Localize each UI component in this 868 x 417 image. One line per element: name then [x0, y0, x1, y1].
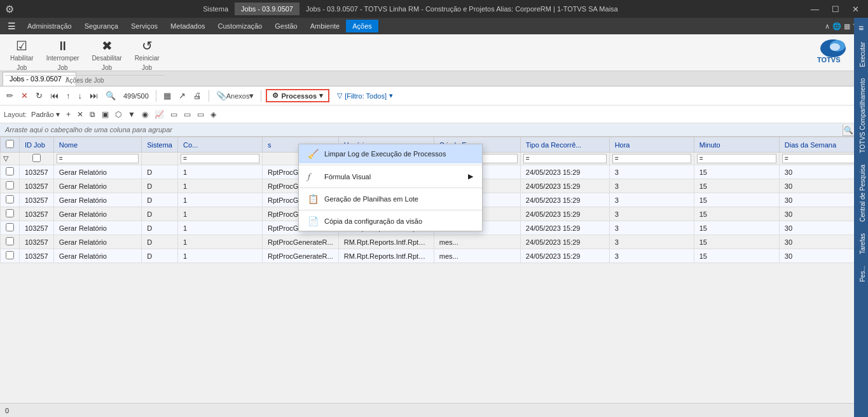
sidebar-tab-tarefas[interactable]: Tarefas — [854, 228, 868, 259]
col-sistema[interactable]: Sistema — [142, 137, 178, 153]
menu-ambiente[interactable]: Ambiente — [304, 20, 346, 32]
last-button[interactable]: ⏭ — [87, 90, 100, 102]
menu-servicos[interactable]: Serviços — [125, 20, 164, 32]
row-checkbox[interactable] — [6, 209, 14, 217]
habilitar-job-button[interactable]: ☑ Habilitar Job — [5, 37, 39, 74]
select-all-checkbox[interactable] — [6, 140, 14, 148]
cell-sistema: D — [142, 193, 178, 207]
filter-sistema-input[interactable] — [181, 154, 259, 163]
cell-minuto: 15 — [694, 165, 779, 179]
desabilitar-label2: Job — [102, 64, 112, 71]
table-row[interactable]: 103257 Gerar Relatório D 1 RptProcGenera… — [1, 235, 868, 249]
cell-hora: 3 — [609, 165, 694, 179]
maximize-button[interactable]: ☐ — [828, 3, 843, 15]
col-minuto[interactable]: Minuto — [694, 137, 779, 153]
search-button[interactable]: 🔍 — [103, 90, 118, 102]
cell-tipo: 24/05/2023 15:29 — [520, 207, 609, 221]
filter-dias-input[interactable] — [782, 154, 865, 163]
row-checkbox[interactable] — [6, 195, 14, 203]
col-checkbox[interactable] — [1, 137, 20, 153]
layout-value[interactable]: Padrão ▾ — [29, 109, 62, 120]
col-hora[interactable]: Hora — [609, 137, 694, 153]
close-button[interactable]: ✕ — [848, 3, 863, 15]
cell-idjob: 103257 — [20, 193, 54, 207]
cell-idjob: 103257 — [20, 235, 54, 249]
sidebar-tab-compartilhamento[interactable]: TOTVS Compartilhamento — [854, 73, 868, 158]
cell-idjob: 103257 — [20, 249, 54, 263]
layout-b7[interactable]: ▭ — [182, 109, 193, 120]
layout-del[interactable]: ✕ — [75, 109, 85, 120]
next-button[interactable]: ↓ — [76, 90, 85, 102]
reiniciar-job-button[interactable]: ↺ Reiniciar Job — [130, 37, 165, 74]
title-bar-left: ⚙ — [5, 3, 14, 15]
layout-b5[interactable]: 📈 — [153, 109, 166, 120]
filter-hora-input[interactable] — [612, 154, 691, 163]
menu-seguranca[interactable]: Segurança — [78, 20, 125, 32]
grid-view-button[interactable]: ▦ — [161, 90, 174, 102]
menu-acoes[interactable]: Ações — [346, 20, 378, 32]
col-idjob[interactable]: ID Job — [20, 137, 54, 153]
interromper-job-button[interactable]: ⏸ Interromper Job — [41, 37, 85, 74]
hamburger-icon[interactable]: ☰ — [3, 18, 21, 34]
cell-criado: mes... — [434, 249, 520, 263]
sidebar-tab-executar[interactable]: Executar — [854, 37, 868, 72]
menu-bar: ☰ Administração Segurança Serviços Metad… — [0, 18, 868, 34]
menu-administracao[interactable]: Administração — [21, 20, 78, 32]
col-tipo[interactable]: Tipo da Recorrê... — [520, 137, 609, 153]
layout-b4[interactable]: ◉ — [140, 109, 150, 120]
cell-minuto: 15 — [694, 235, 779, 249]
dropdown-item-geracao[interactable]: 📋 Geração de Planilhas em Lote — [299, 189, 482, 208]
menu-metadados[interactable]: Metadados — [164, 20, 211, 32]
cell-co: 1 — [177, 235, 262, 249]
layout-copy[interactable]: ⧉ — [88, 109, 97, 120]
grid-toolbar: ✏ ✕ ↻ ⏮ ↑ ↓ ⏭ 🔍 499/500 ▦ ↗ 🖨 📎 Anexos ▾… — [0, 86, 868, 106]
separator3 — [261, 90, 261, 102]
filter-icon: ▽ — [337, 92, 342, 100]
layout-add[interactable]: + — [64, 109, 72, 120]
export-button[interactable]: ↗ — [176, 90, 188, 102]
col-nome[interactable]: Nome — [53, 137, 142, 153]
menu-gestao[interactable]: Gestão — [268, 20, 303, 32]
layout-b6[interactable]: ▭ — [169, 109, 179, 120]
search-right-icon[interactable]: 🔍 — [843, 125, 854, 136]
processos-button[interactable]: ⚙ Processos ▾ — [266, 89, 329, 102]
row-checkbox[interactable] — [6, 237, 14, 245]
cell-minuto: 15 — [694, 249, 779, 263]
filter-button[interactable]: ▽ [Filtro: Todos] ▾ — [332, 90, 398, 101]
delete-button[interactable]: ✕ — [18, 90, 31, 102]
layout-b2[interactable]: ⬡ — [113, 109, 123, 120]
row-checkbox[interactable] — [6, 167, 14, 175]
desabilitar-job-button[interactable]: ✖ Desabilitar Job — [86, 37, 127, 74]
filter-funnel: ▽ — [1, 153, 20, 165]
layout-b1[interactable]: ▣ — [100, 109, 111, 120]
dropdown-item-formula[interactable]: 𝑓 Fórmula Visual ▶ — [299, 167, 482, 186]
edit-button[interactable]: ✏ — [4, 90, 16, 102]
filter-idjob-input[interactable] — [57, 154, 139, 163]
sidebar-icon-top[interactable]: ≡ — [858, 20, 864, 36]
menu-customizacao[interactable]: Customização — [212, 20, 269, 32]
filter-minuto-input[interactable] — [697, 154, 776, 163]
filter-checkbox[interactable] — [22, 154, 51, 162]
layout-b3[interactable]: ▼ — [126, 109, 137, 120]
dropdown-item-copia[interactable]: 📄 Cópia da configuração da visão — [299, 212, 482, 231]
col-co[interactable]: Co... — [177, 137, 262, 153]
filter-tipo-input[interactable] — [523, 154, 607, 163]
first-button[interactable]: ⏮ — [48, 90, 61, 102]
layout-b8[interactable]: ▭ — [195, 109, 206, 120]
title-segment-jobs: Jobs - 03.9.0507 — [235, 3, 300, 15]
layout-b9[interactable]: ◈ — [209, 109, 218, 120]
dropdown-item-limpar[interactable]: 🧹 Limpar Log de Execução de Processos — [299, 144, 482, 163]
refresh-button[interactable]: ↻ — [33, 90, 45, 102]
print-button[interactable]: 🖨 — [191, 90, 204, 102]
minimize-button[interactable]: — — [807, 3, 823, 15]
sidebar-tab-pesquisa[interactable]: Central de Pesquisa — [854, 160, 868, 227]
cell-tipo: 24/05/2023 15:29 — [520, 179, 609, 193]
annex-button[interactable]: 📎 Anexos ▾ — [214, 90, 257, 102]
row-checkbox[interactable] — [6, 181, 14, 189]
table-row[interactable]: 103257 Gerar Relatório D 1 RptProcGenera… — [1, 249, 868, 263]
sidebar-tab-pes[interactable]: Pes... — [854, 261, 868, 287]
prev-button[interactable]: ↑ — [64, 90, 73, 102]
row-checkbox[interactable] — [6, 223, 14, 231]
row-checkbox[interactable] — [6, 251, 14, 259]
reiniciar-icon: ↺ — [142, 39, 153, 52]
